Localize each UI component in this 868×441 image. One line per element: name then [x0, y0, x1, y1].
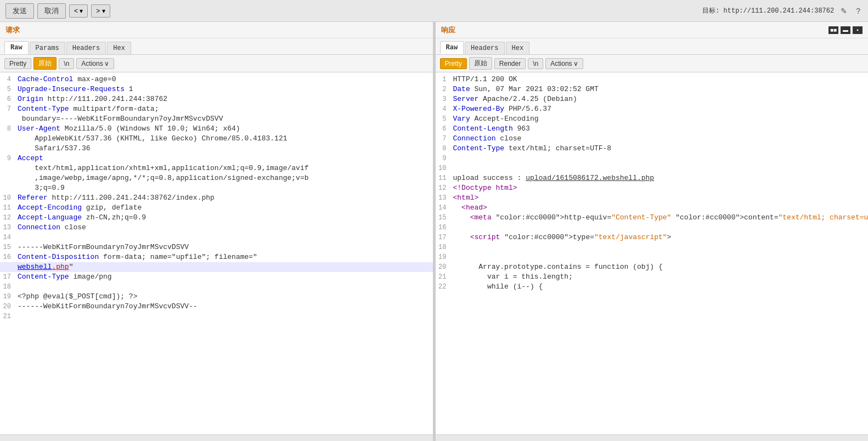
- line-content: Content-Type image/png: [15, 272, 433, 282]
- line-content: Content-Type multipart/form-data;: [15, 104, 433, 114]
- line-content: Vary Accept-Encoding: [451, 114, 869, 124]
- line-content: Cache-Control max-age=0: [15, 75, 433, 84]
- line-content: webshell.php": [15, 262, 433, 272]
- line-number: 10: [436, 163, 451, 173]
- resp-subtab-render[interactable]: Render: [494, 58, 526, 69]
- layout-icons: ■■ ▬ ▪: [828, 26, 863, 34]
- table-row: 16: [436, 223, 869, 233]
- line-content: Safari/537.36: [15, 144, 433, 154]
- table-row: 15 <meta "color:#cc0000">http-equiv="Con…: [436, 213, 869, 223]
- tab-hex[interactable]: Hex: [107, 42, 131, 54]
- line-content: Server Apache/2.4.25 (Debian): [451, 94, 869, 104]
- line-content: 3;q=0.9: [15, 183, 433, 193]
- subtab-actions[interactable]: Actions ∨: [76, 58, 114, 69]
- line-number: [0, 114, 15, 124]
- resp-tab-raw[interactable]: Raw: [440, 41, 464, 54]
- table-row: 4Cache-Control max-age=0: [0, 75, 433, 84]
- request-content[interactable]: 4Cache-Control max-age=05Upgrade-Insecur…: [0, 72, 433, 434]
- resp-subtab-newline[interactable]: \n: [528, 58, 543, 69]
- table-row: 7Connection close: [436, 134, 869, 144]
- line-content: [451, 154, 869, 163]
- line-content: [451, 223, 869, 233]
- line-content: boundary=----WebKitFormBoundaryn7oyJmrMS…: [15, 114, 433, 124]
- line-number: 3: [436, 94, 451, 104]
- line-content: Content-Type text/html; charset=UTF-8: [451, 144, 869, 154]
- table-row: 7Content-Type multipart/form-data;: [0, 104, 433, 114]
- table-row: 21 var i = this.length;: [436, 272, 869, 282]
- table-row: 3;q=0.9: [0, 183, 433, 193]
- line-content: var i = this.length;: [451, 272, 869, 282]
- line-content: HTTP/1.1 200 OK: [451, 75, 869, 84]
- request-hscroll[interactable]: [0, 434, 433, 441]
- edit-icon-button[interactable]: ✎: [838, 5, 849, 16]
- line-number: 2: [436, 84, 451, 94]
- cancel-button[interactable]: 取消: [37, 3, 66, 19]
- subtab-raw[interactable]: 原始: [33, 57, 57, 70]
- line-content: [15, 233, 433, 242]
- line-number: 16: [436, 223, 451, 233]
- table-row: webshell.php": [0, 262, 433, 272]
- layout-minimal-icon[interactable]: ▪: [853, 26, 863, 34]
- line-number: 5: [0, 84, 15, 94]
- response-content[interactable]: 1HTTP/1.1 200 OK2Date Sun, 07 Mar 2021 0…: [436, 72, 869, 434]
- table-row: 13<html>: [436, 193, 869, 203]
- subtab-newline[interactable]: \n: [59, 58, 74, 69]
- table-row: 3Server Apache/2.4.25 (Debian): [436, 94, 869, 104]
- line-number: 20: [0, 302, 15, 312]
- line-number: 20: [436, 262, 451, 272]
- line-content: Array.prototype.contains = function (obj…: [451, 262, 869, 272]
- line-content: User-Agent Mozilla/5.0 (Windows NT 10.0;…: [15, 124, 433, 134]
- table-row: 9: [436, 154, 869, 163]
- line-content: Accept: [15, 154, 433, 163]
- table-row: ,image/webp,image/apng,*/*;q=0.8,applica…: [0, 173, 433, 183]
- line-number: 8: [436, 144, 451, 154]
- layout-split-icon[interactable]: ■■: [828, 26, 838, 34]
- table-row: 21: [0, 312, 433, 321]
- resp-subtab-actions[interactable]: Actions ∨: [545, 58, 583, 69]
- line-number: [0, 183, 15, 193]
- send-button[interactable]: 发送: [5, 3, 34, 19]
- nav-next-button[interactable]: > ▾: [91, 4, 110, 18]
- response-tab-row: Raw Headers Hex: [436, 38, 869, 55]
- resp-actions-chevron-icon: ∨: [573, 60, 578, 67]
- layout-single-icon[interactable]: ▬: [841, 26, 850, 34]
- table-row: 5Vary Accept-Encoding: [436, 114, 869, 124]
- line-content: while (i--) {: [451, 282, 869, 292]
- line-number: 13: [0, 223, 15, 233]
- table-row: 9Accept: [0, 154, 433, 163]
- table-row: Safari/537.36: [0, 144, 433, 154]
- resp-subtab-raw[interactable]: 原始: [469, 57, 492, 70]
- response-title: 响应: [441, 25, 455, 35]
- resp-actions-label: Actions: [550, 60, 572, 67]
- table-row: text/html,application/xhtml+xml,applicat…: [0, 163, 433, 173]
- line-number: 17: [0, 272, 15, 282]
- subtab-pretty[interactable]: Pretty: [4, 58, 31, 69]
- line-content: [15, 312, 433, 321]
- table-row: 15------WebKitFormBoundaryn7oyJmrMSvcvDS…: [0, 242, 433, 252]
- line-number: 11: [0, 203, 15, 213]
- line-number: 22: [436, 282, 451, 292]
- nav-next-label: > ▾: [96, 7, 105, 15]
- table-row: 14: [0, 233, 433, 242]
- line-number: 9: [436, 154, 451, 163]
- nav-prev-button[interactable]: < ▾: [69, 4, 88, 18]
- line-number: 5: [436, 114, 451, 124]
- table-row: 2Date Sun, 07 Mar 2021 03:02:52 GMT: [436, 84, 869, 94]
- line-number: 4: [0, 75, 15, 84]
- line-content: <html>: [451, 193, 869, 203]
- table-row: 19: [436, 252, 869, 262]
- response-panel-header: 响应 ■■ ▬ ▪: [436, 22, 869, 38]
- tab-params[interactable]: Params: [30, 42, 65, 54]
- line-content: [451, 252, 869, 262]
- tab-headers[interactable]: Headers: [66, 42, 106, 54]
- line-number: 4: [436, 104, 451, 114]
- help-icon-button[interactable]: ?: [854, 5, 863, 16]
- resp-tab-hex[interactable]: Hex: [506, 42, 530, 54]
- response-hscroll[interactable]: [436, 434, 869, 441]
- line-content: [451, 163, 869, 173]
- tab-raw[interactable]: Raw: [4, 41, 29, 54]
- resp-tab-headers[interactable]: Headers: [465, 42, 504, 54]
- response-subtab-row: Pretty 原始 Render \n Actions ∨: [436, 55, 869, 72]
- resp-subtab-pretty[interactable]: Pretty: [440, 58, 467, 69]
- line-content: AppleWebKit/537.36 (KHTML, like Gecko) C…: [15, 134, 433, 144]
